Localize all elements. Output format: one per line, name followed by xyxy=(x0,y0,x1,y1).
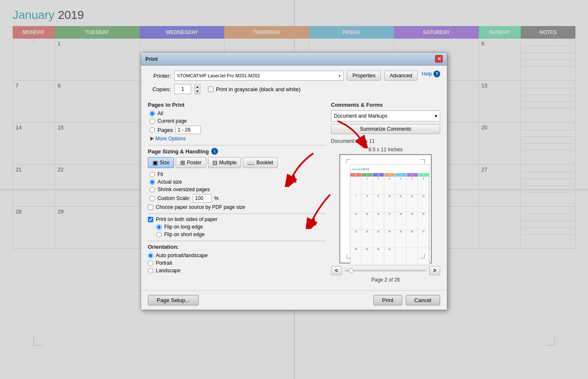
grayscale-checkbox[interactable] xyxy=(208,87,213,92)
more-options[interactable]: More Options xyxy=(150,136,326,142)
thumb-cell: 6 xyxy=(418,177,429,194)
custom-scale-label: Custom Scale: xyxy=(158,195,190,201)
auto-orientation-radio[interactable] xyxy=(148,253,153,258)
thumb-col-tue: T xyxy=(362,173,373,176)
info-icon[interactable]: i xyxy=(211,148,218,155)
printer-dropdown-arrow: ▾ xyxy=(339,74,341,78)
page-slider-thumb[interactable] xyxy=(349,268,354,273)
cancel-button[interactable]: Cancel xyxy=(406,295,440,305)
page-setup-button[interactable]: Page Setup... xyxy=(148,295,199,305)
comments-forms-section: Comments & Forms Document and Markups ▾ … xyxy=(331,102,440,134)
dialog-close-button[interactable]: ✕ xyxy=(435,55,443,63)
properties-button[interactable]: Properties xyxy=(347,71,381,81)
multiple-icon: ⊟ xyxy=(213,159,218,166)
poster-button[interactable]: ⊞ Poster xyxy=(176,157,206,168)
multiple-label: Multiple xyxy=(219,160,236,166)
shrink-label: Shrink oversized pages xyxy=(158,187,210,192)
portrait-radio[interactable] xyxy=(148,261,153,266)
right-column: Comments & Forms Document and Markups ▾ … xyxy=(331,102,440,285)
thumb-cell: 22 xyxy=(362,230,373,247)
thumb-cell: 14 xyxy=(350,212,362,229)
flip-short-radio[interactable] xyxy=(156,232,162,237)
copies-input[interactable] xyxy=(174,84,191,94)
thumb-col-mon: M xyxy=(350,173,361,176)
preview-corner-br xyxy=(420,254,425,258)
pages-to-print-header: Pages to Print xyxy=(148,102,326,108)
thumb-col-fri: F xyxy=(396,173,407,176)
grayscale-row: Print in grayscale (black and white) xyxy=(208,86,301,92)
all-radio[interactable] xyxy=(150,111,155,116)
preview-frame: January 2019 M T W T F xyxy=(339,154,432,263)
separator2 xyxy=(148,213,326,214)
portrait-label: Portrait xyxy=(156,260,172,266)
printer-select[interactable]: \\TOMCAT\HP LaserJet Pro M201-M202 P( ▾ xyxy=(174,71,344,81)
multiple-button[interactable]: ⊟ Multiple xyxy=(208,157,241,168)
advanced-button[interactable]: Advanced xyxy=(384,71,417,81)
summarize-comments-button[interactable]: Summarize Comments xyxy=(331,124,440,134)
thumb-row: 7 8 9 10 11 12 13 xyxy=(350,194,429,212)
preview-corner-tr xyxy=(420,159,425,163)
copies-up[interactable]: ▲ xyxy=(195,84,200,89)
actual-size-radio[interactable] xyxy=(150,179,155,185)
printer-label: Printer: xyxy=(148,73,171,79)
pages-range-input[interactable] xyxy=(176,126,201,134)
thumb-cell: 5 xyxy=(407,177,418,194)
thumb-cell: 27 xyxy=(418,230,429,247)
thumb-cell: 15 xyxy=(362,212,373,229)
print-button[interactable]: Print xyxy=(373,295,402,305)
booklet-button[interactable]: 📖 Booklet xyxy=(243,157,278,168)
shrink-radio[interactable] xyxy=(150,187,155,192)
thumb-cell: 16 xyxy=(373,212,384,229)
page-sizing-header: Page Sizing & Handling xyxy=(148,148,209,155)
thumb-cell: 2 xyxy=(373,177,384,194)
thumb-cell: 24 xyxy=(384,230,396,247)
both-sides-checkbox[interactable] xyxy=(148,217,153,222)
help-link[interactable]: Help ? xyxy=(422,71,440,77)
page-navigation: < > xyxy=(331,266,440,275)
custom-scale-radio[interactable] xyxy=(150,196,155,201)
scale-pct: % xyxy=(214,195,219,201)
thumb-grid: 1 2 3 4 5 6 7 xyxy=(350,176,429,265)
pages-to-print-section: All Current page Pages xyxy=(148,111,326,142)
flip-long-radio[interactable] xyxy=(156,224,162,230)
flip-options: Flip on long edge Flip on short edge xyxy=(148,224,326,237)
document-size: Document: 8.5 x 11 xyxy=(331,138,440,144)
help-label: Help xyxy=(422,71,432,77)
dialog-footer: Page Setup... Print Cancel xyxy=(141,290,447,310)
dialog-body: Printer: \\TOMCAT\HP LaserJet Pro M201-M… xyxy=(141,66,447,290)
sizing-options: Fit Actual size Shrink oversized pages xyxy=(148,171,326,203)
dialog-titlebar: Print ✕ xyxy=(141,53,447,66)
prev-page-button[interactable]: < xyxy=(331,266,342,275)
flip-short-label: Flip on short edge xyxy=(164,232,205,237)
next-page-button[interactable]: > xyxy=(429,266,440,275)
thumb-cell: 31 xyxy=(384,247,396,265)
fit-radio[interactable] xyxy=(150,172,155,177)
footer-right: Print Cancel xyxy=(373,295,440,305)
pages-range-radio[interactable] xyxy=(150,127,155,133)
current-page-radio[interactable] xyxy=(150,118,155,124)
choose-paper-checkbox[interactable] xyxy=(148,205,153,210)
shrink-row: Shrink oversized pages xyxy=(150,187,326,192)
flip-short-row: Flip on short edge xyxy=(156,232,326,237)
thumb-cell: 7 xyxy=(350,195,362,212)
thumb-cell: 23 xyxy=(373,230,384,247)
all-label: All xyxy=(158,111,163,116)
thumb-col-thu: T xyxy=(384,173,395,176)
separator xyxy=(148,145,326,145)
preview-corner-tl xyxy=(346,159,351,163)
booklet-icon: 📖 xyxy=(247,159,255,166)
thumb-cell: 4 xyxy=(395,177,407,194)
comments-forms-select[interactable]: Document and Markups ▾ xyxy=(331,111,440,121)
page-slider[interactable] xyxy=(344,270,427,271)
size-icon: ▣ xyxy=(152,159,158,166)
scale-input[interactable] xyxy=(193,194,212,203)
copies-down[interactable]: ▼ xyxy=(195,89,200,94)
auto-orientation-label: Auto portrait/landscape xyxy=(156,253,207,258)
thumb-col-sun: S xyxy=(418,173,429,176)
page-info: Page 2 of 28 xyxy=(331,277,440,283)
landscape-radio[interactable] xyxy=(148,268,153,274)
thumb-cell xyxy=(395,247,407,265)
printer-row: Printer: \\TOMCAT\HP LaserJet Pro M201-M… xyxy=(148,71,417,81)
size-button[interactable]: ▣ Size xyxy=(148,157,174,168)
current-page-row: Current page xyxy=(150,118,326,124)
